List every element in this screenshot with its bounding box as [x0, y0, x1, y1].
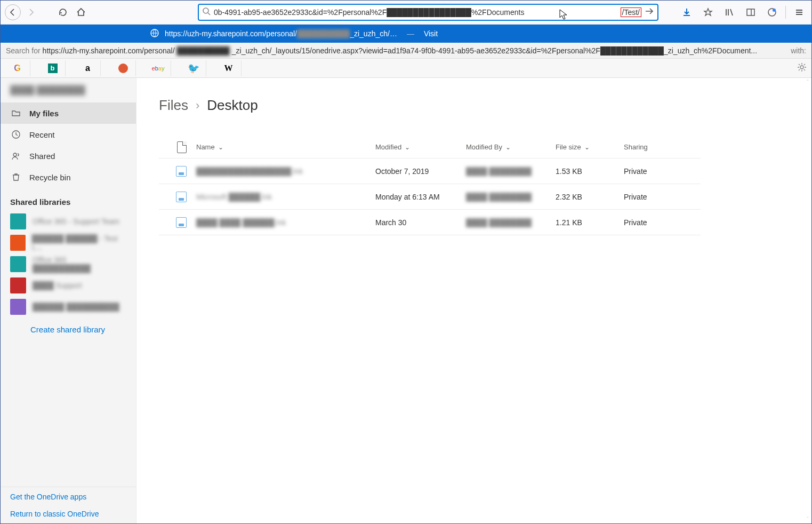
bm-bing[interactable]: b [40, 60, 66, 76]
cell-size: 2.32 KB [556, 193, 624, 201]
url-highlight: /Test/ [621, 7, 641, 17]
cell-name: ████ ████ ██████.lnk [196, 218, 375, 227]
sidebar-button[interactable] [743, 4, 759, 20]
cell-sharing: Private [624, 193, 693, 201]
breadcrumb-root[interactable]: Files [159, 97, 188, 114]
cell-name: ██████████████████.lnk [196, 167, 375, 176]
cell-modified-by: ████ ████████ [466, 193, 556, 201]
sidebar-library-item[interactable]: ████ Support [1, 275, 136, 296]
clock-icon [11, 130, 21, 139]
bm-duckduckgo[interactable] [110, 60, 136, 76]
file-table-header: Name⌄ Modified⌄ Modified By⌄ File size⌄ … [159, 136, 701, 158]
sidebar-item-shared[interactable]: Shared [1, 145, 136, 166]
people-icon [11, 151, 21, 161]
reload-button[interactable] [55, 4, 71, 20]
svg-rect-1 [747, 9, 754, 15]
bookmarks-bar: G b a ebay 🐦 W [1, 59, 811, 78]
visit-link[interactable]: Visit [424, 29, 438, 38]
cell-size: 1.53 KB [556, 167, 624, 176]
folder-icon [11, 108, 21, 118]
visit-separator: — [407, 29, 414, 38]
visit-suggestion-bar[interactable]: https://uzh-my.sharepoint.com/personal/█… [1, 25, 811, 43]
bm-google[interactable]: G [5, 60, 30, 76]
bin-icon [11, 172, 21, 182]
shortcut-file-icon [176, 192, 187, 202]
main-content: Files › Desktop Name⌄ Modified⌄ Modified… [136, 78, 811, 523]
col-header-modified[interactable]: Modified⌄ [375, 143, 466, 151]
search-url-mid: ██████████ [177, 46, 230, 55]
menu-button[interactable] [791, 4, 807, 20]
cell-modified: October 7, 2019 [375, 167, 466, 176]
forward-button [23, 4, 39, 20]
search-url-post: _zi_uzh_ch/_layouts/15/onedrive.aspx?vie… [232, 46, 757, 55]
sidebar-library-item[interactable]: Office 365 - Support Team [1, 211, 136, 232]
search-url-pre: https://uzh-my.sharepoint.com/personal/ [43, 46, 175, 55]
onedrive-sidebar: ████ ████████ My files Recent Shared Rec… [1, 78, 136, 523]
sidebar-item-recent[interactable]: Recent [1, 124, 136, 145]
url-text[interactable]: 0b-4991-ab95-ae3652e2933c&id=%2Fpersonal… [214, 8, 617, 17]
bm-twitter[interactable]: 🐦 [181, 60, 206, 76]
sidebar-libraries-list: Office 365 - Support Team ██████ ██████ … [1, 211, 136, 317]
chevron-down-icon: ⌄ [405, 144, 410, 151]
svg-point-5 [800, 66, 803, 69]
sidebar-item-label: Shared [29, 152, 55, 161]
cell-sharing: Private [624, 218, 693, 227]
return-classic-onedrive-link[interactable]: Return to classic OneDrive [10, 510, 126, 518]
sidebar-item-label: My files [29, 109, 59, 118]
cell-modified: March 30 [375, 218, 466, 227]
scroll-up-icon[interactable]: ˆ [807, 79, 809, 85]
file-type-icon[interactable] [177, 141, 187, 153]
back-button[interactable] [5, 4, 21, 20]
url-bar[interactable]: 0b-4991-ab95-ae3652e2933c&id=%2Fpersonal… [198, 4, 658, 21]
sidebar-library-item[interactable]: ██████ ██████████ [1, 296, 136, 317]
col-header-sharing[interactable]: Sharing [624, 143, 693, 151]
sidebar-library-item[interactable]: Office 365 ███████████ [1, 253, 136, 275]
visit-url-pre: https://uzh-my.sharepoint.com/personal/ [165, 29, 297, 38]
shortcut-file-icon [176, 166, 187, 177]
bm-wikipedia[interactable]: W [216, 60, 242, 76]
downloads-button[interactable] [679, 4, 695, 20]
home-button[interactable] [73, 4, 89, 20]
shortcut-file-icon [176, 217, 187, 228]
account-button[interactable] [764, 4, 780, 20]
svg-point-0 [203, 8, 208, 13]
scrollbar[interactable]: ˆ ˇ [805, 78, 810, 523]
cell-modified: Monday at 6:13 AM [375, 193, 466, 201]
table-row[interactable]: ██████████████████.lnk October 7, 2019 █… [159, 158, 701, 184]
chevron-down-icon: ⌄ [584, 144, 590, 151]
cell-modified-by: ████ ████████ [466, 218, 556, 227]
sidebar-library-item[interactable]: ██████ ██████ - Test L... [1, 232, 136, 253]
go-icon[interactable] [645, 6, 654, 18]
create-shared-library-link[interactable]: Create shared library [1, 317, 136, 334]
col-header-file-size[interactable]: File size⌄ [556, 143, 624, 151]
table-row[interactable]: Microsoft ██████.lnk Monday at 6:13 AM █… [159, 184, 701, 210]
library-button[interactable] [721, 4, 737, 20]
cell-modified-by: ████ ████████ [466, 167, 556, 176]
sidebar-item-label: Recycle bin [29, 173, 71, 182]
scroll-down-icon[interactable]: ˇ [807, 516, 809, 522]
sidebar-item-recycle-bin[interactable]: Recycle bin [1, 166, 136, 188]
sidebar-user-name[interactable]: ████ ████████ [1, 78, 136, 102]
bm-ebay[interactable]: ebay [146, 60, 171, 76]
table-row[interactable]: ████ ████ ██████.lnk March 30 ████ █████… [159, 210, 701, 235]
cell-name: Microsoft ██████.lnk [196, 193, 375, 201]
col-header-modified-by[interactable]: Modified By⌄ [466, 143, 556, 151]
search-prefix: Search for [6, 46, 41, 55]
sidebar-section-shared-libraries: Shared libraries [1, 188, 136, 211]
sidebar-item-my-files[interactable]: My files [1, 102, 136, 124]
bm-amazon[interactable]: a [75, 60, 101, 76]
chevron-right-icon: › [196, 99, 199, 113]
sidebar-item-label: Recent [29, 130, 55, 139]
col-header-name[interactable]: Name⌄ [196, 143, 375, 151]
get-onedrive-apps-link[interactable]: Get the OneDrive apps [10, 493, 126, 501]
cell-size: 1.21 KB [556, 218, 624, 227]
search-suggestion-bar[interactable]: Search for https://uzh-my.sharepoint.com… [1, 43, 811, 59]
bookmark-star-button[interactable] [700, 4, 716, 20]
chevron-down-icon: ⌄ [218, 144, 223, 151]
search-icon [202, 7, 211, 18]
visit-url-mid: ██████████ [297, 29, 350, 38]
breadcrumb-current: Desktop [207, 97, 258, 114]
visit-url-post: _zi_uzh_ch/ [350, 29, 390, 38]
bm-settings-button[interactable] [797, 62, 807, 75]
breadcrumb: Files › Desktop [159, 97, 789, 114]
